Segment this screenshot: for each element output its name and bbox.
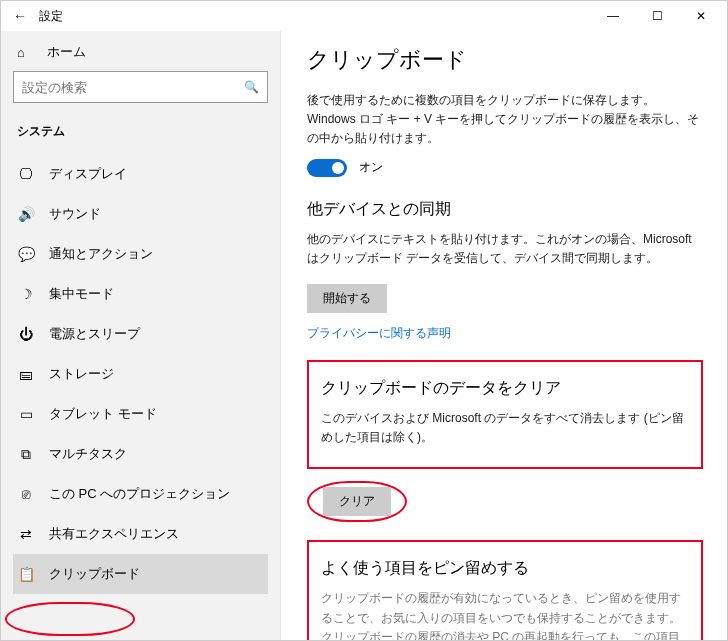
search-input[interactable] (22, 80, 244, 95)
search-icon: 🔍 (244, 80, 259, 94)
sidebar-item-clipboard[interactable]: 📋 クリップボード (13, 554, 268, 594)
sidebar-item-multitask[interactable]: ⧉ マルチタスク (13, 434, 268, 474)
pin-desc: クリップボードの履歴が有効になっているとき、ピン留めを使用することで、お気に入り… (321, 589, 689, 640)
sidebar-home-label: ホーム (47, 43, 86, 61)
sidebar-home[interactable]: ⌂ ホーム (13, 31, 268, 71)
power-icon: ⏻ (17, 326, 35, 342)
close-button[interactable]: ✕ (679, 1, 723, 31)
maximize-button[interactable]: ☐ (635, 1, 679, 31)
window-title: 設定 (35, 8, 63, 25)
multitask-icon: ⧉ (17, 446, 35, 463)
sidebar-section-label: システム (13, 117, 268, 154)
sidebar-item-label: サウンド (49, 205, 101, 223)
home-icon: ⌂ (17, 45, 33, 60)
pin-section-title: よく使う項目をピン留めする (321, 558, 689, 579)
sidebar-item-projection[interactable]: ⎚ この PC へのプロジェクション (13, 474, 268, 514)
back-button[interactable]: ← (5, 8, 35, 24)
page-title: クリップボード (307, 45, 703, 75)
sidebar-item-label: マルチタスク (49, 445, 127, 463)
clear-button[interactable]: クリア (323, 487, 391, 516)
sidebar-item-label: 共有エクスペリエンス (49, 525, 179, 543)
share-icon: ⇄ (17, 526, 35, 542)
annotation-box-pin: よく使う項目をピン留めする クリップボードの履歴が有効になっているとき、ピン留め… (307, 540, 703, 640)
toggle-label: オン (359, 159, 383, 176)
annotation-box-clear: クリップボードのデータをクリア このデバイスおよび Microsoft のデータ… (307, 360, 703, 469)
sidebar-item-tablet[interactable]: ▭ タブレット モード (13, 394, 268, 434)
clipboard-icon: 📋 (17, 566, 35, 582)
sidebar-item-label: 通知とアクション (49, 245, 153, 263)
notification-icon: 💬 (17, 246, 35, 262)
sidebar-item-sound[interactable]: 🔊 サウンド (13, 194, 268, 234)
annotation-circle-clear: クリア (307, 481, 407, 522)
sync-desc: 他のデバイスにテキストを貼り付けます。これがオンの場合、Microsoft はク… (307, 230, 703, 268)
sidebar-item-label: 電源とスリープ (49, 325, 140, 343)
clear-section-title: クリップボードのデータをクリア (321, 378, 689, 399)
intro-text: 後で使用するために複数の項目をクリップボードに保存します。Windows ロゴ … (307, 91, 703, 149)
sidebar-item-power[interactable]: ⏻ 電源とスリープ (13, 314, 268, 354)
tablet-icon: ▭ (17, 406, 35, 422)
sidebar-item-label: 集中モード (49, 285, 114, 303)
sidebar-item-focus[interactable]: ☽ 集中モード (13, 274, 268, 314)
search-input-wrap[interactable]: 🔍 (13, 71, 268, 103)
annotation-circle-sidebar (5, 602, 135, 636)
sidebar-item-notifications[interactable]: 💬 通知とアクション (13, 234, 268, 274)
sidebar-item-display[interactable]: 🖵 ディスプレイ (13, 154, 268, 194)
history-toggle[interactable] (307, 159, 347, 177)
sidebar-item-storage[interactable]: 🖴 ストレージ (13, 354, 268, 394)
focus-icon: ☽ (17, 286, 35, 302)
display-icon: 🖵 (17, 166, 35, 182)
sidebar-item-label: この PC へのプロジェクション (49, 485, 230, 503)
sidebar-item-label: ディスプレイ (49, 165, 127, 183)
sound-icon: 🔊 (17, 206, 35, 222)
sidebar-item-label: タブレット モード (49, 405, 157, 423)
content-pane: クリップボード 後で使用するために複数の項目をクリップボードに保存します。Win… (281, 31, 727, 640)
start-button[interactable]: 開始する (307, 284, 387, 313)
minimize-button[interactable]: — (591, 1, 635, 31)
sidebar: ⌂ ホーム 🔍 システム 🖵 ディスプレイ 🔊 サウンド 💬 通知とアクション (1, 31, 281, 640)
sidebar-item-label: クリップボード (49, 565, 140, 583)
sidebar-item-shared[interactable]: ⇄ 共有エクスペリエンス (13, 514, 268, 554)
clear-desc: このデバイスおよび Microsoft のデータをすべて消去します (ピン留めし… (321, 409, 689, 447)
sidebar-item-label: ストレージ (49, 365, 114, 383)
storage-icon: 🖴 (17, 366, 35, 382)
sync-section-title: 他デバイスとの同期 (307, 199, 703, 220)
projection-icon: ⎚ (17, 486, 35, 502)
privacy-link[interactable]: プライバシーに関する声明 (307, 325, 451, 342)
